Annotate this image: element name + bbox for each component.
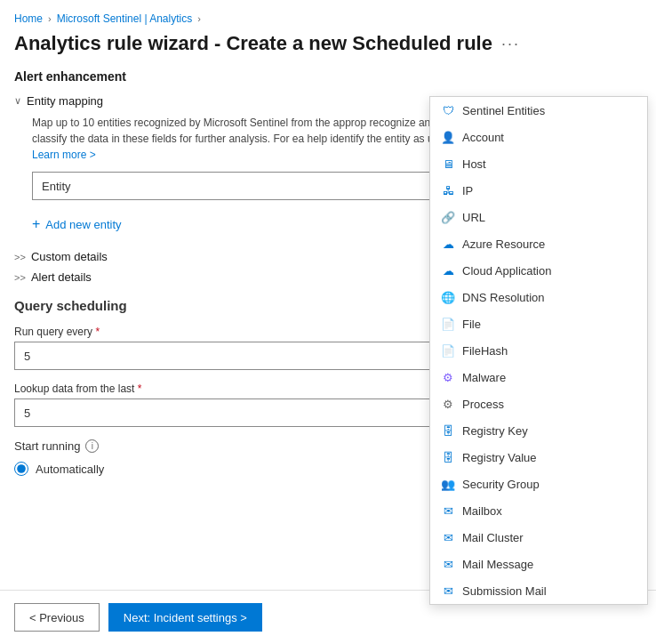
file-label: File — [462, 318, 481, 331]
breadcrumb-sep-1: › — [48, 13, 52, 24]
next-button[interactable]: Next: Incident settings > — [108, 603, 262, 632]
add-entity-label: Add new entity — [45, 218, 121, 231]
run-query-required: * — [95, 326, 100, 338]
entity-dropdown-wrapper: Entity ∨ — [32, 172, 468, 200]
dropdown-item-azure-resource[interactable]: ☁ Azure Resource — [430, 230, 647, 257]
dropdown-item-url[interactable]: 🔗 URL — [430, 204, 647, 230]
dropdown-item-mail-message[interactable]: ✉ Mail Message — [430, 551, 647, 577]
account-icon: 👤 — [441, 130, 455, 144]
dns-resolution-label: DNS Resolution — [462, 291, 545, 304]
dropdown-item-dns-resolution[interactable]: 🌐 DNS Resolution — [430, 284, 647, 310]
mailbox-label: Mailbox — [462, 504, 502, 518]
start-running-info-icon[interactable]: i — [85, 439, 99, 453]
malware-label: Malware — [462, 371, 506, 384]
alert-details-label: Alert details — [31, 270, 92, 284]
lookup-data-input[interactable] — [14, 398, 450, 427]
registry-value-icon: 🗄 — [441, 450, 455, 464]
dropdown-item-malware[interactable]: ⚙ Malware — [430, 364, 647, 390]
mail-message-label: Mail Message — [462, 558, 533, 571]
cloud-application-icon: ☁ — [441, 263, 455, 278]
mail-cluster-label: Mail Cluster — [462, 531, 524, 544]
registry-key-label: Registry Key — [462, 424, 528, 438]
process-icon: ⚙ — [441, 397, 455, 411]
dropdown-item-mail-cluster[interactable]: ✉ Mail Cluster — [430, 524, 647, 551]
dropdown-item-mailbox[interactable]: ✉ Mailbox — [430, 497, 647, 524]
security-group-label: Security Group — [462, 478, 540, 491]
azure-resource-label: Azure Resource — [462, 237, 545, 251]
entity-dropdown[interactable]: Entity — [32, 172, 468, 200]
cloud-application-label: Cloud Application — [462, 264, 551, 278]
dropdown-item-host[interactable]: 🖥 Host — [430, 150, 647, 177]
dropdown-item-registry-key[interactable]: 🗄 Registry Key — [430, 417, 647, 444]
mail-cluster-icon: ✉ — [441, 530, 455, 544]
sentinel-entities-label: Sentinel Entities — [462, 104, 545, 117]
previous-button[interactable]: < Previous — [14, 603, 100, 632]
registry-value-label: Registry Value — [462, 451, 537, 464]
azure-resource-icon: ☁ — [441, 237, 455, 251]
radio-automatically-label: Automatically — [36, 463, 104, 476]
registry-key-icon: 🗄 — [441, 423, 455, 438]
host-icon: 🖥 — [441, 157, 455, 171]
dropdown-item-account[interactable]: 👤 Account — [430, 124, 647, 150]
breadcrumb-analytics[interactable]: Microsoft Sentinel | Analytics — [57, 12, 193, 25]
breadcrumb-sep-2: › — [197, 13, 201, 24]
filehash-label: FileHash — [462, 344, 508, 358]
mail-message-icon: ✉ — [441, 557, 455, 571]
run-query-input[interactable] — [14, 342, 450, 370]
dropdown-item-security-group[interactable]: 👥 Security Group — [430, 471, 647, 497]
alert-details-chevron: > — [14, 272, 26, 283]
page-title: Analytics rule wizard - Create a new Sch… — [0, 32, 656, 69]
ip-label: IP — [462, 184, 473, 197]
dropdown-item-registry-value[interactable]: 🗄 Registry Value — [430, 444, 647, 471]
radio-automatically-input[interactable] — [14, 462, 28, 476]
lookup-required: * — [138, 382, 142, 395]
host-label: Host — [462, 157, 486, 171]
dns-resolution-icon: 🌐 — [441, 290, 455, 304]
process-label: Process — [462, 398, 504, 411]
file-icon: 📄 — [441, 317, 455, 331]
custom-details-chevron: > — [14, 252, 26, 262]
dropdown-item-cloud-application[interactable]: ☁ Cloud Application — [430, 257, 647, 284]
dropdown-item-submission-mail[interactable]: ✉ Submission Mail — [430, 577, 647, 604]
alert-enhancement-title: Alert enhancement — [14, 69, 642, 84]
malware-icon: ⚙ — [441, 370, 455, 384]
dropdown-item-ip[interactable]: 🖧 IP — [430, 177, 647, 204]
breadcrumb-home[interactable]: Home — [14, 12, 43, 25]
url-icon: 🔗 — [441, 210, 455, 224]
entity-mapping-description: Map up to 10 entities recognized by Micr… — [32, 115, 468, 163]
dropdown-header-item: 🛡 Sentinel Entities — [430, 97, 647, 124]
add-new-entity-button[interactable]: + Add new entity — [32, 213, 122, 236]
dropdown-item-process[interactable]: ⚙ Process — [430, 390, 647, 417]
account-label: Account — [462, 131, 504, 144]
learn-more-link[interactable]: Learn more > — [32, 149, 96, 161]
entity-mapping-chevron — [14, 95, 21, 107]
security-group-icon: 👥 — [441, 477, 455, 491]
page-options-dots[interactable]: ··· — [501, 35, 520, 53]
submission-mail-label: Submission Mail — [462, 584, 547, 598]
filehash-icon: 📄 — [441, 343, 455, 358]
submission-mail-icon: ✉ — [441, 584, 455, 598]
plus-icon: + — [32, 216, 40, 232]
dropdown-item-filehash[interactable]: 📄 FileHash — [430, 337, 647, 364]
custom-details-label: Custom details — [31, 250, 108, 263]
sentinel-entities-icon: 🛡 — [441, 103, 455, 117]
breadcrumb: Home › Microsoft Sentinel | Analytics › — [0, 0, 656, 32]
ip-icon: 🖧 — [441, 183, 455, 197]
entity-mapping-label: Entity mapping — [27, 94, 103, 108]
sentinel-entities-dropdown: 🛡 Sentinel Entities 👤 Account 🖥 Host 🖧 I… — [429, 96, 648, 605]
url-label: URL — [462, 211, 485, 224]
dropdown-item-file[interactable]: 📄 File — [430, 310, 647, 337]
mailbox-icon: ✉ — [441, 503, 455, 518]
